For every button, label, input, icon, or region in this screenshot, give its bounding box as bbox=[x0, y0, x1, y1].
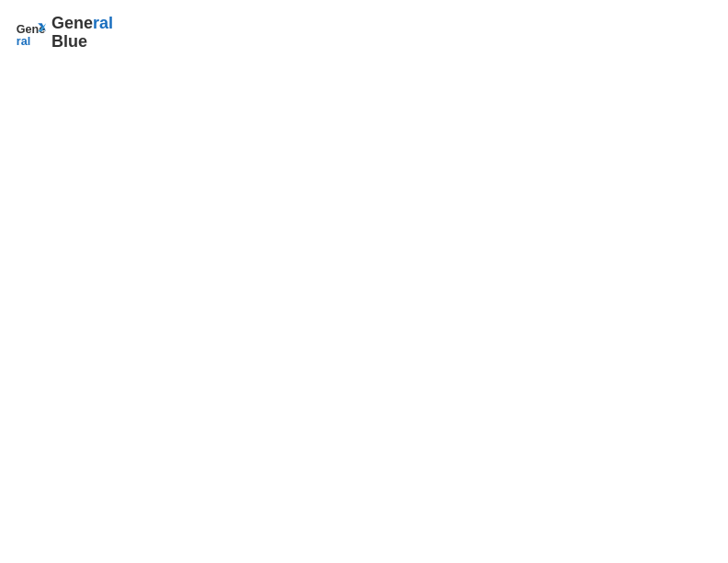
logo: Gene ral GeneralBlue bbox=[15, 15, 113, 52]
logo-text: GeneralBlue bbox=[51, 15, 113, 52]
page-header: Gene ral GeneralBlue bbox=[15, 15, 713, 52]
logo-icon: Gene ral bbox=[15, 17, 48, 50]
svg-text:ral: ral bbox=[17, 34, 30, 47]
